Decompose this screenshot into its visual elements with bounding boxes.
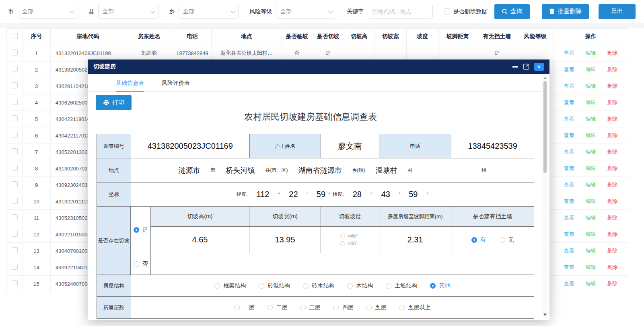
keyword-input[interactable] <box>368 5 433 18</box>
house-floors-option[interactable]: 四层 <box>333 304 353 311</box>
house-structure-option[interactable]: 框架结构 <box>214 282 246 289</box>
scroll-up-icon[interactable] <box>543 77 547 79</box>
batch-delete-button[interactable]: 批量删除 <box>542 4 589 19</box>
row-checkbox[interactable] <box>12 231 18 237</box>
view-link[interactable]: 查看 <box>564 99 574 105</box>
edit-link[interactable]: 编辑 <box>586 165 596 171</box>
edit-link[interactable]: 编辑 <box>586 281 596 287</box>
row-checkbox[interactable] <box>12 148 18 154</box>
house-floors-option[interactable]: 二层 <box>267 304 287 311</box>
scroll-down-icon[interactable] <box>543 314 547 316</box>
house-structure-option[interactable]: 土坯结构 <box>386 282 417 289</box>
scrollbar-thumb[interactable] <box>543 81 547 173</box>
edit-link[interactable]: 编辑 <box>586 50 596 56</box>
tab-basic-info[interactable]: 基础信息表 <box>116 74 144 92</box>
view-link[interactable]: 查看 <box>564 50 574 56</box>
delete-link[interactable]: 删除 <box>607 50 618 56</box>
edit-link[interactable]: 编辑 <box>586 264 596 270</box>
house-structure-option[interactable]: 木结构 <box>347 282 373 289</box>
view-link[interactable]: 查看 <box>564 215 574 221</box>
show-deleted-checkbox[interactable] <box>444 8 450 14</box>
wall-yes-option[interactable]: 有 <box>471 236 486 244</box>
row-checkbox[interactable] <box>12 181 18 187</box>
row-checkbox[interactable] <box>12 82 18 88</box>
row-checkbox[interactable] <box>12 264 18 270</box>
maximize-icon[interactable] <box>523 64 529 70</box>
angle-lt45-option[interactable]: <45° <box>340 240 358 248</box>
row-checkbox[interactable] <box>12 247 18 253</box>
edit-link[interactable]: 编辑 <box>586 182 596 188</box>
row-checkbox[interactable] <box>12 198 18 204</box>
row-checkbox[interactable] <box>12 115 18 121</box>
minimize-icon[interactable] <box>512 66 518 68</box>
view-link[interactable]: 查看 <box>564 248 574 254</box>
county-select[interactable]: 全部 <box>98 5 158 18</box>
edit-link[interactable]: 编辑 <box>586 83 596 89</box>
house-structure-option[interactable]: 砖木结构 <box>303 282 334 289</box>
search-button[interactable]: 查询 <box>494 4 530 19</box>
row-checkbox[interactable] <box>12 280 18 286</box>
delete-link[interactable]: 删除 <box>607 116 618 122</box>
slope-exists-yes-option[interactable]: 是 <box>131 207 151 253</box>
delete-link[interactable]: 删除 <box>607 149 618 155</box>
view-link[interactable]: 查看 <box>564 66 574 72</box>
row-checkbox[interactable] <box>12 165 18 171</box>
row-checkbox[interactable] <box>12 99 18 105</box>
angle-gt45-option[interactable]: >45° <box>340 232 358 240</box>
house-floors-option[interactable]: 一层 <box>234 304 254 311</box>
view-link[interactable]: 查看 <box>564 231 574 237</box>
edit-link[interactable]: 编辑 <box>586 132 596 138</box>
row-checkbox[interactable] <box>12 49 18 55</box>
dialog-titlebar[interactable]: 切坡建房 ✕ <box>88 59 549 74</box>
house-structure-option[interactable]: 砖混结构 <box>259 282 290 289</box>
view-link[interactable]: 查看 <box>564 264 574 270</box>
edit-link[interactable]: 编辑 <box>586 99 596 105</box>
edit-link[interactable]: 编辑 <box>586 149 596 155</box>
close-icon[interactable]: ✕ <box>534 63 544 71</box>
view-link[interactable]: 查看 <box>564 182 574 188</box>
city-select[interactable]: 全部 <box>18 5 78 18</box>
delete-link[interactable]: 删除 <box>607 264 618 270</box>
wall-no-option[interactable]: 无 <box>500 236 514 244</box>
delete-link[interactable]: 删除 <box>607 165 618 171</box>
view-link[interactable]: 查看 <box>564 149 574 155</box>
print-button[interactable]: 打印 <box>96 95 132 110</box>
row-checkbox[interactable] <box>12 66 18 72</box>
house-floors-option[interactable]: 三层 <box>300 304 320 311</box>
tab-risk-evaluation[interactable]: 风险评价表 <box>162 74 190 92</box>
risk-level-select[interactable]: 全部 <box>276 5 336 18</box>
row-checkbox[interactable] <box>12 132 18 138</box>
delete-link[interactable]: 删除 <box>607 99 618 105</box>
view-link[interactable]: 查看 <box>564 165 574 171</box>
edit-link[interactable]: 编辑 <box>586 116 596 122</box>
edit-link[interactable]: 编辑 <box>586 248 596 254</box>
delete-link[interactable]: 删除 <box>607 132 618 138</box>
delete-link[interactable]: 删除 <box>607 231 618 237</box>
view-link[interactable]: 查看 <box>564 83 574 89</box>
edit-link[interactable]: 编辑 <box>586 66 596 72</box>
row-checkbox[interactable] <box>12 214 18 220</box>
view-link[interactable]: 查看 <box>564 132 574 138</box>
delete-link[interactable]: 删除 <box>607 66 618 72</box>
house-floors-option[interactable]: 五层以上 <box>399 304 430 311</box>
owner-name-label: 户主姓名 <box>250 134 321 158</box>
delete-link[interactable]: 删除 <box>607 248 618 254</box>
dialog-scrollbar[interactable] <box>542 75 547 318</box>
slope-exists-no-option[interactable]: 否 <box>131 253 151 275</box>
edit-link[interactable]: 编辑 <box>586 231 596 237</box>
delete-link[interactable]: 删除 <box>607 83 618 89</box>
township-select[interactable]: 全部 <box>179 5 239 18</box>
view-link[interactable]: 查看 <box>564 116 574 122</box>
delete-link[interactable]: 删除 <box>607 215 618 221</box>
select-all-checkbox[interactable] <box>12 33 18 39</box>
export-button[interactable]: 导出 <box>599 4 636 19</box>
house-structure-option[interactable]: 其他 <box>430 282 450 289</box>
view-link[interactable]: 查看 <box>564 281 574 287</box>
view-link[interactable]: 查看 <box>564 198 574 204</box>
delete-link[interactable]: 删除 <box>607 281 618 287</box>
delete-link[interactable]: 删除 <box>607 198 618 204</box>
edit-link[interactable]: 编辑 <box>586 198 596 204</box>
edit-link[interactable]: 编辑 <box>586 215 596 221</box>
house-floors-option[interactable]: 五层 <box>366 304 386 311</box>
delete-link[interactable]: 删除 <box>607 182 618 188</box>
